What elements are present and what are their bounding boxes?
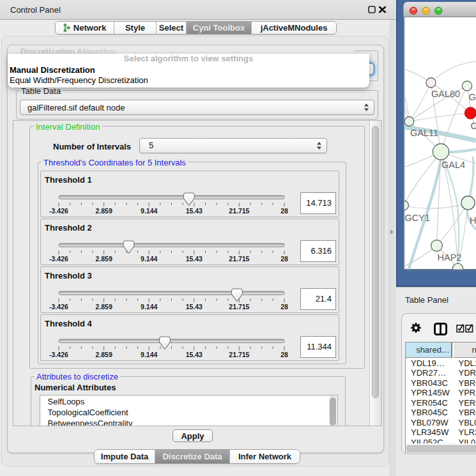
svg-text:HA: HA [470,215,476,226]
svg-text:GAL3: GAL3 [469,92,476,102]
svg-text:GAL11: GAL11 [410,128,438,138]
svg-text:CY: CY [471,121,476,131]
svg-text:HAP2: HAP2 [438,252,462,263]
svg-text:GAL4: GAL4 [441,160,465,170]
svg-text:GAL80: GAL80 [431,89,460,99]
svg-text:GCY1: GCY1 [405,213,431,223]
